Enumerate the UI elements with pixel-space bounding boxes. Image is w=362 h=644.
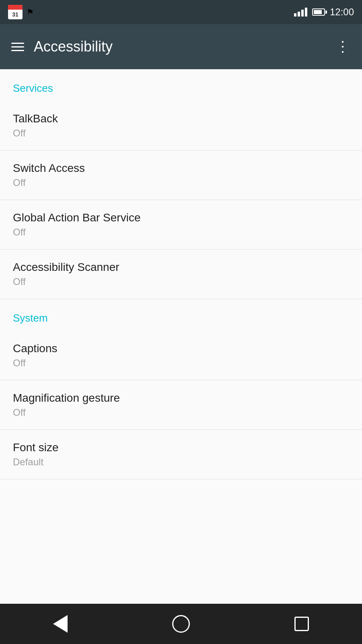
talkback-title: TalkBack xyxy=(13,112,349,125)
settings-content: Services TalkBack Off Switch Access Off … xyxy=(0,69,362,644)
font-size-subtitle: Default xyxy=(13,456,349,468)
font-size-title: Font size xyxy=(13,441,349,454)
switch-access-item[interactable]: Switch Access Off xyxy=(0,151,362,200)
status-bar-left: 31 ⚑ xyxy=(8,5,34,19)
recents-button[interactable] xyxy=(286,608,318,640)
app-bar: Accessibility ⋮ xyxy=(0,24,362,69)
global-action-bar-subtitle: Off xyxy=(13,227,349,238)
bottom-navigation xyxy=(0,604,362,644)
battery-icon xyxy=(312,8,325,16)
menu-button[interactable] xyxy=(11,43,24,51)
status-bar: 31 ⚑ 12:00 xyxy=(0,0,362,24)
talkback-item[interactable]: TalkBack Off xyxy=(0,101,362,151)
magnification-gesture-subtitle: Off xyxy=(13,407,349,418)
calendar-icon: 31 xyxy=(8,5,23,19)
services-section-header: Services xyxy=(0,69,362,101)
system-section-header: System xyxy=(0,299,362,331)
flag-icon: ⚑ xyxy=(27,7,34,17)
magnification-gesture-title: Magnification gesture xyxy=(13,392,349,405)
global-action-bar-title: Global Action Bar Service xyxy=(13,211,349,224)
home-button[interactable] xyxy=(165,608,197,640)
accessibility-scanner-subtitle: Off xyxy=(13,276,349,287)
switch-access-title: Switch Access xyxy=(13,162,349,175)
home-icon xyxy=(172,615,190,633)
status-bar-right: 12:00 xyxy=(294,6,354,18)
captions-subtitle: Off xyxy=(13,357,349,369)
talkback-subtitle: Off xyxy=(13,128,349,139)
calendar-day: 31 xyxy=(12,10,19,19)
font-size-item[interactable]: Font size Default xyxy=(0,430,362,479)
status-time: 12:00 xyxy=(330,6,354,18)
accessibility-scanner-item[interactable]: Accessibility Scanner Off xyxy=(0,250,362,299)
magnification-gesture-item[interactable]: Magnification gesture Off xyxy=(0,380,362,430)
calendar-icon-top xyxy=(8,5,23,10)
back-icon xyxy=(53,615,68,633)
switch-access-subtitle: Off xyxy=(13,177,349,188)
back-button[interactable] xyxy=(44,608,76,640)
captions-item[interactable]: Captions Off xyxy=(0,331,362,380)
captions-title: Captions xyxy=(13,342,349,355)
recents-icon xyxy=(294,617,309,631)
app-bar-left: Accessibility xyxy=(11,38,113,55)
more-options-button[interactable]: ⋮ xyxy=(335,38,351,55)
page-title: Accessibility xyxy=(34,38,113,55)
signal-icon xyxy=(294,8,307,17)
global-action-bar-item[interactable]: Global Action Bar Service Off xyxy=(0,200,362,250)
accessibility-scanner-title: Accessibility Scanner xyxy=(13,261,349,274)
